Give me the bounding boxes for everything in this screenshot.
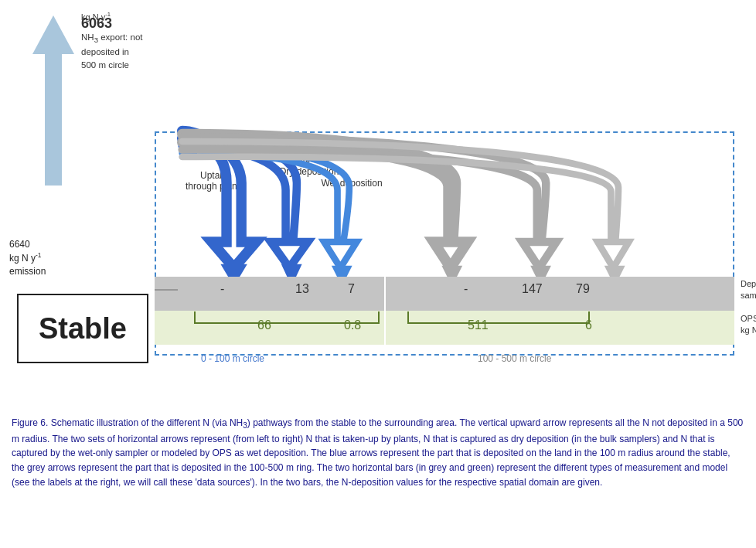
circle-label-right: 100 - 500 m circle xyxy=(478,353,551,364)
deposition-samplers-label: Deposition insamplers in kg N y-1 xyxy=(741,278,756,301)
grey-bar xyxy=(155,277,734,311)
bar-vertical-divider xyxy=(384,277,386,346)
brackets-svg xyxy=(155,308,742,331)
ops-model-label: OPS model inkg N y-1 xyxy=(741,313,756,335)
top-unit-label: kg N y-1 xyxy=(81,11,111,22)
nh3-export-label: NH3 export: notdeposited in500 m circle xyxy=(81,31,143,72)
svg-marker-0 xyxy=(32,15,74,186)
col-header-uptake: Uptakethrough plants xyxy=(184,170,246,192)
up-arrow xyxy=(32,15,75,186)
grey-val-6: 79 xyxy=(576,282,590,296)
col-header-wet: Wet deposition xyxy=(317,178,387,189)
emission-label: 6640 kg N y-1 emission xyxy=(9,238,46,277)
grey-val-2: 13 xyxy=(295,282,309,296)
stable-label: Stable xyxy=(39,312,127,345)
diagram-area: 6063 kg N y-1 NH3 export: notdeposited i… xyxy=(0,0,756,410)
col-header-dry: Dry deposition xyxy=(274,166,344,177)
grey-val-4: - xyxy=(464,282,468,296)
col-header-without-uptake: Without uptake throughplants: xyxy=(255,143,363,165)
grey-val-1: - xyxy=(220,282,224,296)
grey-val-5: 147 xyxy=(522,282,543,296)
grey-val-3: 7 xyxy=(348,282,355,296)
connect-line-svg xyxy=(139,263,178,317)
stable-box: Stable xyxy=(17,294,148,363)
figure-caption: Figure 6. Schematic illustration of the … xyxy=(12,416,744,489)
circle-label-left: 0 - 100 m circle xyxy=(201,353,264,364)
